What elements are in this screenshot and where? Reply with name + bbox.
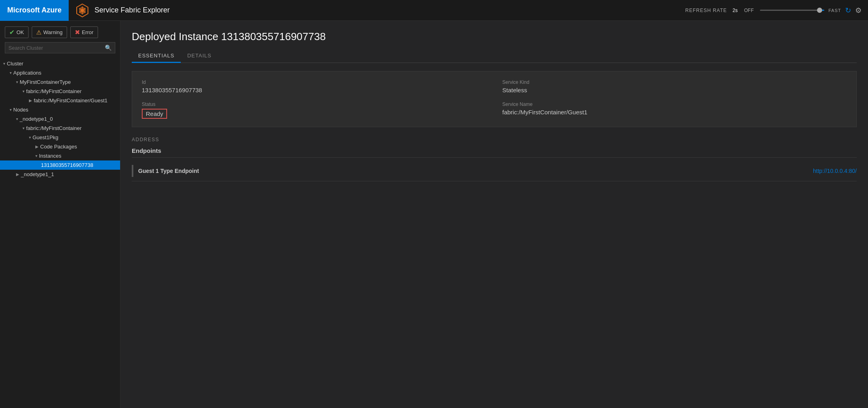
- endpoint-url[interactable]: http://10.0.0.4:80/: [813, 168, 857, 174]
- tree-arrow: ▾: [29, 135, 31, 140]
- service-kind-field: Service Kind Stateless: [502, 79, 847, 93]
- endpoint-bar: [132, 165, 133, 177]
- brand-name: Microsoft Azure: [7, 6, 61, 14]
- tree-item-label: Guest1Pkg: [33, 134, 58, 140]
- tree-arrow: ▶: [16, 172, 19, 177]
- tree-item-instances[interactable]: ▾Instances: [0, 151, 120, 160]
- ok-label: OK: [16, 29, 24, 35]
- error-icon: ✖: [75, 28, 80, 36]
- status-field: Status Ready: [142, 101, 486, 119]
- refresh-rate-label: REFRESH RATE: [685, 8, 727, 13]
- warning-label: Warning: [43, 29, 63, 35]
- tree-item-fabric-myfirstcontainer-node[interactable]: ▾fabric:/MyFirstContainer: [0, 124, 120, 133]
- tree-item-code-packages[interactable]: ▶Code Packages: [0, 142, 120, 151]
- id-label: Id: [142, 79, 486, 85]
- status-box: Ready: [142, 109, 167, 119]
- header: Microsoft Azure Service Fabric Explorer …: [0, 0, 868, 21]
- status-value: Ready: [146, 110, 163, 117]
- tab-essentials[interactable]: ESSENTIALS: [132, 49, 181, 63]
- tree-item-cluster[interactable]: ▾Cluster: [0, 59, 120, 68]
- error-filter-button[interactable]: ✖ Error: [70, 26, 98, 38]
- page-title: Deployed Instance 131380355716907738: [132, 30, 857, 43]
- service-name-field: Service Name fabric:/MyFirstContainer/Gu…: [502, 101, 847, 119]
- app-title: Service Fabric Explorer: [94, 6, 170, 14]
- tree-item-fabric-myfirstcontainer-guest1[interactable]: ▶fabric:/MyFirstContainer/Guest1: [0, 96, 120, 105]
- tree-item-label: Instances: [39, 153, 61, 159]
- instance-id-bold: 131380355716907738: [221, 30, 326, 43]
- slider-thumb: [817, 8, 822, 13]
- main-layout: ✔ OK ⚠ Warning ✖ Error 🔍 ▾Cluster▾Applic…: [0, 21, 868, 408]
- tree-arrow: ▾: [16, 117, 18, 121]
- tree-item-label: Applications: [13, 70, 41, 76]
- tree-item-label: fabric:/MyFirstContainer/Guest1: [34, 97, 108, 104]
- tree-arrow: ▾: [22, 126, 25, 130]
- warning-filter-button[interactable]: ⚠ Warning: [32, 26, 67, 38]
- refresh-off-label: OFF: [744, 8, 754, 13]
- tree-item-guest1pkg[interactable]: ▾Guest1Pkg: [0, 133, 120, 142]
- tree-item-label: fabric:/MyFirstContainer: [26, 88, 82, 94]
- service-name-value: fabric:/MyFirstContainer/Guest1: [502, 109, 847, 116]
- search-bar[interactable]: 🔍: [5, 42, 115, 53]
- tree-item-label: MyFirstContainerType: [20, 79, 71, 85]
- id-value: 131380355716907738: [142, 87, 486, 93]
- id-field: Id 131380355716907738: [142, 79, 486, 93]
- tree-item-label: _nodetype1_0: [20, 116, 53, 122]
- ok-filter-button[interactable]: ✔ OK: [5, 26, 29, 38]
- tree-item-instance-id[interactable]: 131380355716907738: [0, 160, 120, 170]
- warning-icon: ⚠: [36, 29, 41, 36]
- tree-arrow: ▶: [29, 98, 32, 103]
- service-name-label: Service Name: [502, 101, 847, 107]
- essentials-card: Id 131380355716907738 Service Kind State…: [132, 71, 857, 127]
- tree-arrow: ▾: [10, 108, 12, 112]
- endpoint-name: Guest 1 Type Endpoint: [138, 168, 813, 174]
- refresh-icon[interactable]: ↻: [845, 6, 851, 15]
- tree-arrow: ▾: [3, 61, 5, 66]
- endpoints-label: Endpoints: [132, 147, 857, 158]
- brand-logo: Microsoft Azure: [0, 0, 69, 21]
- page-title-static: Deployed Instance: [132, 30, 218, 43]
- tree-arrow: ▶: [35, 144, 39, 149]
- tree-item-label: _nodetype1_1: [21, 171, 54, 177]
- tree-item-label: Cluster: [7, 61, 23, 67]
- tree-item-myfirstcontainertype[interactable]: ▾MyFirstContainerType: [0, 77, 120, 87]
- svg-point-2: [81, 9, 84, 12]
- main-content: Deployed Instance 131380355716907738 ESS…: [120, 21, 868, 408]
- tree-item-label: Nodes: [13, 107, 29, 113]
- tree-item-nodetype1-0[interactable]: ▾_nodetype1_0: [0, 114, 120, 124]
- tree-item-label: fabric:/MyFirstContainer: [26, 125, 82, 131]
- tree-item-applications[interactable]: ▾Applications: [0, 68, 120, 77]
- tree-arrow: ▾: [35, 154, 37, 158]
- tree-item-label: 131380355716907738: [41, 162, 93, 168]
- settings-icon[interactable]: ⚙: [855, 6, 862, 15]
- search-icon: 🔍: [105, 45, 112, 51]
- address-section-title: ADDRESS: [132, 137, 857, 142]
- essentials-grid: Id 131380355716907738 Service Kind State…: [142, 79, 847, 119]
- status-label: Status: [142, 101, 486, 107]
- filter-buttons: ✔ OK ⚠ Warning ✖ Error: [0, 21, 120, 42]
- fast-label: FAST: [828, 8, 841, 13]
- tabs: ESSENTIALS DETAILS: [132, 49, 857, 63]
- tree-arrow: ▾: [16, 80, 18, 84]
- refresh-rate-value: 2s: [733, 8, 738, 13]
- tree-arrow: ▾: [10, 71, 12, 75]
- tree-item-label: Code Packages: [40, 144, 77, 150]
- refresh-slider[interactable]: [760, 10, 824, 11]
- slider-track: [760, 10, 824, 11]
- ok-icon: ✔: [9, 28, 14, 36]
- search-input[interactable]: [8, 45, 105, 51]
- tree-item-nodes[interactable]: ▾Nodes: [0, 105, 120, 114]
- tab-details[interactable]: DETAILS: [181, 49, 218, 63]
- header-controls: REFRESH RATE 2s OFF FAST ↻ ⚙: [685, 6, 862, 15]
- tree-arrow: ▾: [22, 89, 25, 93]
- service-kind-label: Service Kind: [502, 79, 847, 85]
- endpoint-row: Guest 1 Type Endpoint http://10.0.0.4:80…: [132, 161, 857, 181]
- error-label: Error: [82, 29, 94, 35]
- service-fabric-icon: [75, 3, 90, 18]
- sidebar: ✔ OK ⚠ Warning ✖ Error 🔍 ▾Cluster▾Applic…: [0, 21, 120, 408]
- tree-item-nodetype1-1[interactable]: ▶_nodetype1_1: [0, 170, 120, 179]
- tree-item-fabric-myfirstcontainer[interactable]: ▾fabric:/MyFirstContainer: [0, 87, 120, 96]
- service-kind-value: Stateless: [502, 87, 847, 93]
- tree-nav: ▾Cluster▾Applications▾MyFirstContainerTy…: [0, 57, 120, 408]
